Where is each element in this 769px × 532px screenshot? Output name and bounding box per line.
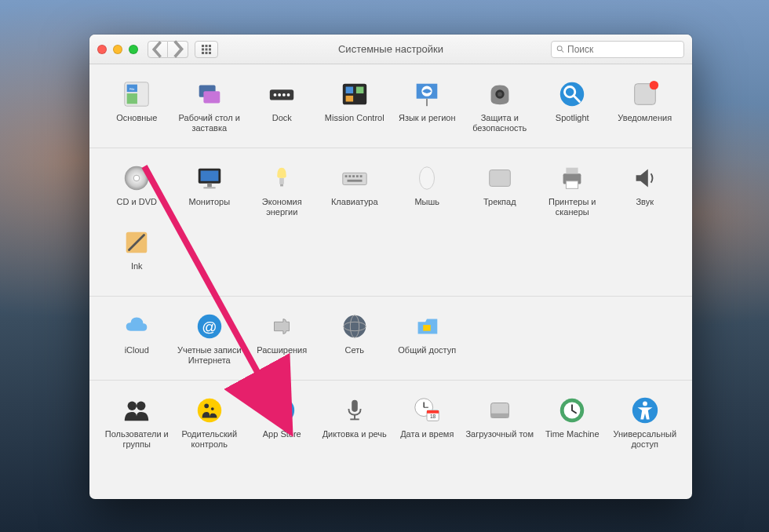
- svg-point-51: [420, 167, 435, 190]
- pref-trackpad[interactable]: Трекпад: [464, 159, 537, 224]
- parental-icon: [195, 395, 224, 425]
- svg-rect-16: [203, 91, 220, 103]
- svg-rect-47: [352, 175, 355, 177]
- pref-users[interactable]: Пользователи и группы: [100, 392, 173, 456]
- pref-label: Универсальный доступ: [610, 429, 680, 450]
- show-all-button[interactable]: [195, 41, 218, 58]
- pref-label: Дата и время: [400, 429, 454, 450]
- svg-text:18: 18: [430, 414, 436, 419]
- pref-dictation[interactable]: Диктовка и речь: [319, 392, 392, 456]
- pref-datetime[interactable]: 18 Дата и время: [391, 392, 464, 456]
- pref-spotlight[interactable]: Spotlight: [536, 75, 609, 140]
- pref-label: Mission Control: [325, 113, 384, 133]
- pref-language[interactable]: Язык и регион: [391, 75, 464, 140]
- svg-rect-43: [280, 184, 283, 187]
- security-icon: [485, 79, 515, 109]
- svg-point-67: [211, 407, 214, 410]
- zoom-button[interactable]: [129, 45, 138, 54]
- pref-sharing[interactable]: Общий доступ: [391, 308, 464, 372]
- svg-rect-81: [427, 410, 439, 414]
- svg-text:File: File: [129, 88, 134, 91]
- pref-desktop[interactable]: Рабочий стол и заставка: [173, 75, 246, 140]
- pref-mouse[interactable]: Мышь: [391, 159, 464, 224]
- section-internet: iCloud @ Учетные записи Интернета Расшир…: [89, 297, 692, 381]
- svg-rect-14: [127, 93, 137, 104]
- pref-energy[interactable]: Экономия энергии: [246, 159, 319, 224]
- svg-point-30: [497, 92, 502, 97]
- pref-extensions[interactable]: Расширения: [246, 308, 319, 372]
- back-button[interactable]: [148, 41, 168, 58]
- disc-icon: [122, 163, 151, 193]
- pref-label: Загрузочный том: [465, 429, 534, 450]
- minimize-button[interactable]: [113, 45, 122, 54]
- pref-startup[interactable]: Загрузочный том: [464, 392, 537, 456]
- pref-printers[interactable]: Принтеры и сканеры: [536, 159, 609, 224]
- svg-point-64: [137, 402, 145, 410]
- pref-general[interactable]: File Основные: [100, 75, 173, 140]
- pref-label: Родительский контроль: [175, 429, 245, 450]
- pref-label: Учетные записи Интернета: [175, 345, 245, 366]
- search-icon: [556, 45, 564, 53]
- network-icon: [340, 312, 370, 341]
- pref-dock[interactable]: Dock: [246, 75, 319, 140]
- svg-rect-46: [348, 175, 351, 177]
- pref-label: Общий доступ: [398, 345, 456, 366]
- keyboard-icon: [340, 163, 370, 193]
- svg-rect-6: [202, 52, 204, 54]
- svg-line-10: [562, 50, 564, 53]
- svg-rect-42: [279, 178, 284, 184]
- pref-parental[interactable]: Родительский контроль: [173, 392, 246, 456]
- pref-ink[interactable]: Ink: [100, 224, 173, 288]
- search-field[interactable]: [551, 41, 684, 58]
- ink-icon: [122, 228, 151, 257]
- pref-label: Time Machine: [545, 429, 600, 450]
- pref-label: App Store: [263, 429, 301, 450]
- pref-security[interactable]: Защита и безопасность: [464, 75, 537, 140]
- pref-timemachine[interactable]: Time Machine: [536, 392, 609, 456]
- forward-button[interactable]: [168, 41, 188, 58]
- pref-network[interactable]: Сеть: [319, 308, 392, 372]
- grid-icon: [201, 44, 212, 55]
- pref-notifications[interactable]: Уведомления: [609, 75, 682, 140]
- pref-sound[interactable]: Звук: [609, 159, 682, 224]
- pref-displays[interactable]: Мониторы: [173, 159, 246, 224]
- section-hardware: CD и DVD Мониторы Экономия энергии Клави…: [89, 148, 692, 297]
- svg-point-66: [204, 403, 209, 408]
- svg-point-63: [128, 402, 137, 410]
- pref-label: Трекпад: [483, 197, 516, 217]
- notifications-icon: [630, 79, 660, 109]
- mission-control-icon: [340, 79, 370, 109]
- svg-rect-5: [209, 48, 211, 50]
- pref-label: Рабочий стол и заставка: [175, 113, 245, 133]
- pref-label: Основные: [116, 113, 157, 133]
- pref-cd-dvd[interactable]: CD и DVD: [100, 159, 173, 224]
- svg-rect-62: [424, 325, 432, 331]
- svg-rect-84: [490, 414, 508, 418]
- pref-accessibility[interactable]: Универсальный доступ: [609, 392, 682, 456]
- pref-label: Мониторы: [188, 197, 230, 217]
- svg-rect-52: [489, 170, 510, 187]
- close-button[interactable]: [97, 45, 107, 54]
- pref-label: Диктовка и речь: [323, 429, 387, 450]
- pref-internet-accounts[interactable]: @ Учетные записи Интернета: [173, 308, 246, 372]
- pref-icloud[interactable]: iCloud: [100, 308, 173, 372]
- svg-rect-2: [209, 45, 211, 47]
- svg-rect-45: [344, 175, 347, 177]
- pref-mission-control[interactable]: Mission Control: [319, 75, 392, 140]
- timemachine-icon: [557, 395, 587, 425]
- chevron-right-icon: [168, 39, 188, 59]
- svg-rect-74: [352, 400, 358, 412]
- system-preferences-window: Системные настройки File Основные Рабочи…: [89, 35, 692, 499]
- svg-rect-17: [270, 89, 293, 100]
- svg-point-59: [344, 315, 366, 338]
- extensions-icon: [267, 312, 297, 341]
- svg-rect-49: [359, 175, 362, 177]
- svg-rect-4: [206, 48, 208, 50]
- svg-rect-55: [567, 181, 578, 189]
- pref-appstore[interactable]: App Store: [246, 392, 319, 456]
- search-input[interactable]: [567, 44, 679, 55]
- pref-keyboard[interactable]: Клавиатура: [319, 159, 392, 224]
- sharing-icon: [412, 312, 442, 341]
- pref-label: Язык и регион: [399, 113, 456, 133]
- pref-label: iCloud: [125, 345, 149, 366]
